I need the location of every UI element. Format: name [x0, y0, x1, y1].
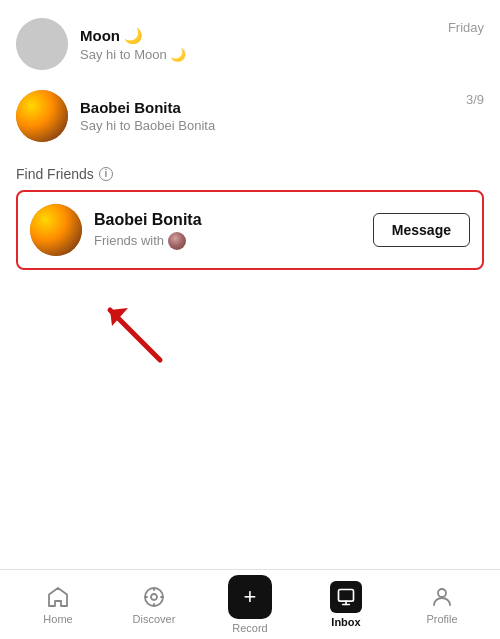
record-button[interactable]	[228, 575, 272, 619]
message-info-moon: Moon 🌙 Say hi to Moon 🌙	[80, 27, 436, 62]
nav-discover-label: Discover	[133, 613, 176, 625]
svg-point-0	[16, 18, 68, 70]
message-button[interactable]: Message	[373, 213, 470, 247]
main-content: Moon 🌙 Say hi to Moon 🌙 Friday Baobei Bo…	[0, 0, 500, 570]
message-item-baobei[interactable]: Baobei Bonita Say hi to Baobei Bonita 3/…	[0, 80, 500, 152]
find-friends-header: Find Friends i	[0, 152, 500, 190]
message-preview-moon: Say hi to Moon 🌙	[80, 47, 436, 62]
nav-inbox[interactable]: Inbox	[298, 581, 394, 628]
svg-point-12	[438, 589, 446, 597]
message-info-baobei: Baobei Bonita Say hi to Baobei Bonita	[80, 99, 454, 133]
nav-record-label: Record	[232, 622, 267, 634]
nav-discover[interactable]: Discover	[106, 584, 202, 625]
message-badge-baobei: 3/9	[466, 92, 484, 107]
nav-home-label: Home	[43, 613, 72, 625]
mutual-prefix: Friends with	[94, 233, 164, 248]
find-friends-card: Baobei Bonita Friends with Message	[16, 190, 484, 270]
bottom-nav: Home Discover Record Inbox	[0, 569, 500, 639]
message-name-baobei: Baobei Bonita	[80, 99, 454, 116]
message-item-moon[interactable]: Moon 🌙 Say hi to Moon 🌙 Friday	[0, 8, 500, 80]
nav-record[interactable]: Record	[202, 575, 298, 634]
arrow-icon	[80, 280, 170, 370]
mutual-avatar	[168, 232, 186, 250]
inbox-button	[330, 581, 362, 613]
profile-icon	[429, 584, 455, 610]
find-friends-label: Find Friends	[16, 166, 94, 182]
discover-icon	[141, 584, 167, 610]
avatar-friend-baobei	[30, 204, 82, 256]
svg-point-4	[151, 594, 157, 600]
friend-info: Baobei Bonita Friends with	[94, 211, 361, 250]
friend-mutual: Friends with	[94, 232, 361, 250]
avatar-moon	[16, 18, 68, 70]
home-icon	[45, 584, 71, 610]
friend-name: Baobei Bonita	[94, 211, 361, 229]
nav-home[interactable]: Home	[10, 584, 106, 625]
nav-profile-label: Profile	[426, 613, 457, 625]
message-preview-baobei: Say hi to Baobei Bonita	[80, 118, 454, 133]
message-time-moon: Friday	[448, 20, 484, 35]
svg-rect-9	[339, 590, 354, 602]
nav-profile[interactable]: Profile	[394, 584, 490, 625]
message-name-moon: Moon 🌙	[80, 27, 436, 45]
info-icon[interactable]: i	[99, 167, 113, 181]
arrow-container	[0, 270, 500, 370]
avatar-baobei	[16, 90, 68, 142]
nav-inbox-label: Inbox	[331, 616, 360, 628]
